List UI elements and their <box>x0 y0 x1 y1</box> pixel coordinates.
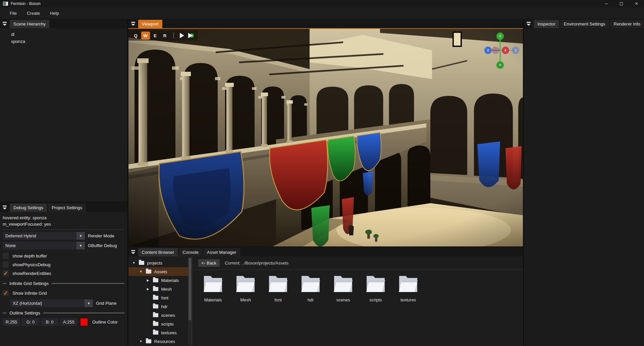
tree-row[interactable]: font <box>128 293 192 302</box>
bottom-panel-tab[interactable]: Console <box>179 248 202 256</box>
render-mode-select[interactable]: Deferred Hybrid ▼ <box>3 232 85 240</box>
debug-panel-tab[interactable]: Project Settings <box>48 204 86 212</box>
content-browser-panel: Content BrowserConsoleAsset Manager ▼ pr… <box>128 247 523 346</box>
back-button[interactable]: <- Back <box>198 259 220 267</box>
folder-item[interactable]: scenes <box>327 275 360 302</box>
close-icon: ✕ <box>635 1 638 6</box>
axis-label: Y <box>499 35 501 38</box>
grid-plane-label: Grid Plane <box>96 301 116 306</box>
tree-expander-icon[interactable]: ▶ <box>146 287 150 291</box>
tree-row[interactable]: scenes <box>128 311 192 320</box>
tree-expander-icon[interactable]: ▼ <box>139 340 143 343</box>
check-icon: ✓ <box>3 290 8 296</box>
close-button[interactable]: ✕ <box>629 0 644 7</box>
tree-row[interactable]: hdr <box>128 302 192 311</box>
tab-viewport[interactable]: Viewport <box>138 20 162 28</box>
gbuffer-debug-label: GBuffer Debug <box>88 243 117 248</box>
folder-item[interactable]: font <box>262 275 294 302</box>
outline-channel-field[interactable]: A:255 <box>60 318 77 326</box>
chevron-down-icon[interactable]: ▼ <box>85 299 93 307</box>
folder-icon <box>267 275 289 293</box>
minimize-icon <box>605 4 608 4</box>
divider <box>3 229 124 230</box>
check-icon: ✓ <box>3 271 8 276</box>
folder-icon <box>153 304 158 308</box>
viewport-canvas[interactable]: QWER <box>128 28 523 246</box>
checkbox[interactable]: ✓ <box>3 270 9 276</box>
bottom-panel-tab[interactable]: Content Browser <box>138 248 178 256</box>
orientation-gizmo[interactable]: Y Y Z Z X <box>480 29 520 72</box>
folder-item[interactable]: Mesh <box>229 275 262 302</box>
inspector-panel-tab[interactable]: Inspector <box>534 20 559 28</box>
minimize-button[interactable] <box>599 0 614 7</box>
tree-expander-icon[interactable]: ▼ <box>139 270 143 273</box>
tree-row[interactable]: ▶ Mesh <box>128 285 192 293</box>
tree-scrollbar[interactable] <box>188 258 192 345</box>
checkbox[interactable]: ✓ <box>3 253 9 259</box>
debug-panel-tab[interactable]: Debug Settings <box>10 204 47 212</box>
viewport-panel: Viewport <box>128 19 523 246</box>
gizmo-tool-button[interactable]: Q <box>131 32 140 40</box>
menu-item[interactable]: Help <box>45 9 64 18</box>
maximize-button[interactable] <box>614 0 629 7</box>
folder-icon <box>365 275 386 293</box>
menu-bar: FileCreateHelp <box>0 7 644 19</box>
tab-scene-hierarchy[interactable]: Scene Hierarchy <box>10 20 49 28</box>
gizmo-tool-button[interactable]: W <box>141 32 150 40</box>
scene-entity[interactable]: dl <box>0 31 127 38</box>
panel-menu-icon[interactable] <box>526 21 531 26</box>
scene-hierarchy-panel: Scene Hierarchy dlsponza <box>0 19 127 202</box>
play-icon[interactable] <box>180 33 184 38</box>
folder-icon <box>153 278 158 282</box>
folder-item[interactable]: hdr <box>294 275 327 302</box>
tree-row[interactable]: ▼ projects <box>128 258 192 267</box>
menu-item[interactable]: File <box>5 9 22 18</box>
tree-row[interactable]: ▼ Resources <box>128 337 192 346</box>
infinite-grid-section-header: Infinite Grid Settings <box>3 281 124 286</box>
outline-color-swatch[interactable] <box>80 319 88 326</box>
panel-menu-icon[interactable] <box>2 21 7 26</box>
inspector-panel: InspectorEnvironment SettingsRenderer In… <box>524 19 644 346</box>
tree-expander-icon[interactable]: ▼ <box>132 261 136 265</box>
window-title: Fermion - Boson <box>11 1 41 6</box>
show-infinite-grid-checkbox[interactable]: ✓ <box>3 290 9 296</box>
checkbox-label: showPhysicsDebug <box>12 262 50 267</box>
tree-row[interactable]: ▼ Assets <box>128 267 192 276</box>
tree-scrollbar-thumb[interactable] <box>189 258 191 320</box>
gbuffer-debug-select[interactable]: None ▼ <box>3 242 85 249</box>
folder-item[interactable]: textures <box>392 275 425 302</box>
inspector-panel-tab[interactable]: Environment Settings <box>560 20 609 28</box>
simulate-icon[interactable] <box>187 33 195 39</box>
panel-menu-icon[interactable] <box>130 249 136 254</box>
menu-item[interactable]: Create <box>22 9 45 18</box>
panel-menu-icon[interactable] <box>2 205 7 210</box>
inspector-panel-tab[interactable]: Renderer Info <box>610 20 644 28</box>
folder-icon <box>139 261 144 265</box>
axis-label: Z <box>487 49 489 52</box>
tree-row[interactable]: scripts <box>128 320 192 328</box>
tree-folder-label: Resources <box>154 339 175 344</box>
outline-channel-field[interactable]: R:255 <box>3 318 20 326</box>
tree-row[interactable]: ▶ Materials <box>128 276 192 285</box>
bottom-panel-tab[interactable]: Asset Manager <box>203 248 240 256</box>
outline-channel-field[interactable]: B: 0 <box>41 318 58 326</box>
outline-channel-field[interactable]: G: 0 <box>22 318 39 326</box>
folder-icon <box>153 287 158 291</box>
chevron-down-icon[interactable]: ▼ <box>76 242 85 249</box>
gizmo-tool-button[interactable]: R <box>161 32 169 40</box>
panel-menu-icon[interactable] <box>130 21 136 26</box>
gbuffer-debug-value: None <box>3 243 76 248</box>
tree-expander-icon[interactable]: ▶ <box>146 279 150 282</box>
tree-row[interactable]: textures <box>128 328 192 337</box>
folder-item[interactable]: scripts <box>360 275 392 302</box>
gizmo-tool-button[interactable]: E <box>151 32 160 40</box>
chevron-down-icon[interactable]: ▼ <box>76 232 85 240</box>
folder-name: font <box>274 297 282 302</box>
folder-item[interactable]: Materials <box>197 275 229 302</box>
checkbox[interactable]: ✓ <box>3 262 9 268</box>
debug-checkbox-row: ✓ show depth buffer <box>3 251 124 260</box>
folder-icon <box>146 270 151 274</box>
scene-entity[interactable]: sponza <box>0 38 127 45</box>
tree-folder-label: Mesh <box>161 287 172 292</box>
grid-plane-select[interactable]: XZ (Horizontal) ▼ <box>10 299 93 307</box>
